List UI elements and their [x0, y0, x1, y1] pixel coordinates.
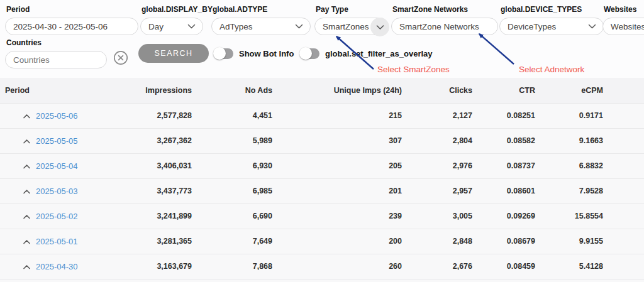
filter-websites: Websites Websites	[602, 5, 644, 35]
set-filter-overlay-group: global.set_filter_as_overlay	[301, 47, 433, 60]
table-row: 2025-05-053,267,3625,9893072,8040.085829…	[0, 128, 644, 153]
unique-imps-cell: 200	[274, 229, 404, 254]
show-bot-info-group: Show Bot Info	[214, 47, 294, 60]
impressions-cell: 3,281,365	[94, 229, 194, 254]
period-link[interactable]: 2025-05-03	[36, 187, 78, 196]
toggle-knob	[299, 47, 312, 60]
period-cell: 2025-05-06	[0, 103, 94, 128]
col-header-period[interactable]: Period	[0, 78, 94, 103]
set-filter-overlay-toggle[interactable]	[301, 48, 319, 59]
period-link[interactable]: 2025-05-06	[36, 111, 78, 121]
chevron-down-icon	[187, 24, 196, 30]
countries-field[interactable]	[5, 51, 107, 68]
no-ads-cell: 7,649	[194, 229, 274, 254]
chevron-up-icon[interactable]	[23, 113, 31, 119]
unique-imps-cell: 215	[274, 103, 404, 128]
filter-period: Period	[5, 5, 138, 35]
chevron-down-icon	[295, 24, 303, 30]
chevron-up-icon[interactable]	[23, 138, 31, 144]
impressions-cell: 3,406,031	[94, 153, 194, 178]
spacer-cell	[605, 203, 644, 229]
impressions-cell: 3,437,773	[94, 178, 194, 203]
col-header-impressions[interactable]: Impressions	[94, 78, 194, 103]
chevron-up-icon[interactable]	[23, 188, 31, 195]
arrow-to-adnetwork	[479, 34, 514, 64]
adtype-select[interactable]: AdTypes	[211, 18, 311, 35]
search-button[interactable]: SEARCH	[138, 44, 209, 63]
filter-device-types: global.DEVICE_TYPES DeviceTypes	[499, 5, 604, 35]
clicks-cell: 2,848	[404, 229, 474, 254]
table-row: 2025-05-013,281,3657,6492002,8480.086799…	[0, 229, 644, 254]
clicks-cell: 2,957	[404, 178, 474, 203]
table-row: 2025-05-033,437,7736,9852012,9570.086017…	[0, 178, 644, 203]
ctr-cell: 0.08251	[474, 103, 537, 128]
pay-type-select[interactable]: SmartZones	[314, 18, 389, 35]
ctr-cell: 0.09269	[474, 203, 537, 229]
display-by-label: global.DISPLAY_BY	[142, 5, 213, 14]
no-ads-cell: 7,868	[194, 254, 274, 279]
col-header-no-ads[interactable]: No Ads	[194, 78, 274, 103]
pay-type-label: Pay Type	[316, 5, 389, 14]
clicks-cell: 2,976	[404, 153, 474, 178]
show-bot-info-toggle[interactable]	[214, 48, 233, 59]
period-link[interactable]: 2025-05-02	[36, 212, 78, 221]
unique-imps-cell: 239	[274, 203, 404, 229]
chevron-up-icon[interactable]	[23, 264, 31, 270]
ecpm-cell: 0.9171	[537, 103, 605, 128]
display-by-select[interactable]: Day	[140, 18, 203, 35]
websites-select[interactable]: Websites	[602, 18, 644, 35]
ctr-cell: 0.08601	[474, 178, 537, 203]
clicks-cell: 3,005	[404, 203, 474, 229]
chevron-up-icon[interactable]	[23, 163, 31, 170]
period-link[interactable]: 2025-05-01	[36, 237, 78, 246]
device-types-value: DeviceTypes	[508, 22, 556, 31]
col-header-clicks[interactable]: Clicks	[404, 78, 474, 103]
period-cell: 2025-05-02	[0, 203, 94, 229]
spacer-cell	[605, 128, 644, 153]
table-body: 2025-05-062,577,8284,4512152,1270.082510…	[0, 103, 644, 279]
adtype-value: AdTypes	[219, 22, 253, 31]
period-cell: 2025-04-30	[0, 254, 94, 279]
stats-table: Period Impressions No Ads Unique Imps (2…	[0, 78, 644, 279]
ctr-cell: 0.08459	[474, 254, 537, 279]
chevron-down-icon	[588, 24, 596, 30]
adtype-label: global.ADTYPE	[213, 5, 311, 14]
show-bot-info-label: Show Bot Info	[239, 49, 294, 58]
col-header-ecpm[interactable]: eCPM	[537, 78, 605, 103]
no-ads-cell: 5,989	[194, 128, 274, 153]
spacer-cell	[605, 254, 644, 279]
table-header-row: Period Impressions No Ads Unique Imps (2…	[0, 78, 644, 103]
unique-imps-cell: 260	[274, 254, 404, 279]
ecpm-cell: 5.4128	[537, 254, 605, 279]
device-types-select[interactable]: DeviceTypes	[499, 18, 604, 35]
col-header-ctr[interactable]: CTR	[474, 78, 537, 103]
chevron-up-icon[interactable]	[23, 239, 31, 245]
impressions-cell: 3,163,679	[94, 254, 194, 279]
websites-value: Websites	[611, 22, 644, 31]
clear-filters-button[interactable]	[113, 50, 128, 65]
pay-type-chevron-button[interactable]	[370, 18, 389, 36]
period-link[interactable]: 2025-05-04	[36, 161, 78, 171]
ecpm-cell: 6.8832	[537, 153, 605, 178]
impressions-cell: 3,241,899	[94, 203, 194, 229]
ecpm-cell: 7.9528	[537, 178, 605, 203]
spacer-cell	[605, 229, 644, 254]
no-ads-cell: 4,451	[194, 103, 274, 128]
period-link[interactable]: 2025-04-30	[36, 262, 78, 271]
period-field[interactable]	[5, 18, 138, 35]
col-header-spacer	[605, 78, 644, 103]
smartzone-networks-field[interactable]: SmartZone Networks	[391, 18, 498, 35]
clicks-cell: 2,804	[404, 128, 474, 153]
display-by-value: Day	[148, 22, 164, 31]
unique-imps-cell: 307	[274, 128, 404, 153]
filter-adtype: global.ADTYPE AdTypes	[211, 5, 311, 35]
period-link[interactable]: 2025-05-05	[36, 136, 78, 146]
col-header-unique-imps[interactable]: Unique Imps (24h)	[274, 78, 404, 103]
set-filter-overlay-label: global.set_filter_as_overlay	[325, 49, 433, 58]
countries-input[interactable]	[13, 55, 99, 65]
period-input[interactable]	[13, 22, 130, 31]
no-ads-cell: 6,930	[194, 153, 274, 178]
pay-type-value: SmartZones	[323, 22, 369, 31]
chevron-up-icon[interactable]	[23, 214, 31, 220]
filter-pay-type: Pay Type SmartZones	[314, 5, 389, 35]
